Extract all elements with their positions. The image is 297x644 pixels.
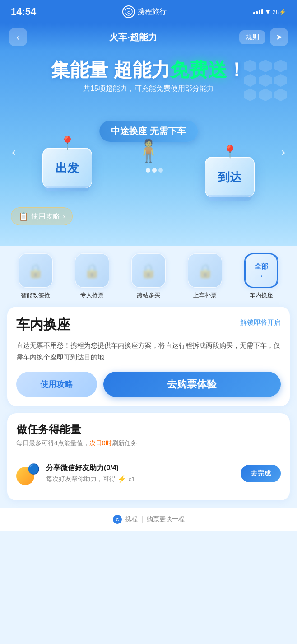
carousel-next-button[interactable]: › [278, 141, 289, 163]
center-person-icon: 🧍 [135, 138, 162, 163]
guide-link-arrow: › [63, 212, 65, 220]
wifi-icon: ▾ [266, 7, 270, 17]
guide-link-button[interactable]: 📋 使用攻略 › [11, 207, 73, 225]
carousel-prev-button[interactable]: ‹ [8, 141, 19, 163]
dot1 [146, 168, 150, 173]
lock-icon-1: 🔒 [84, 263, 100, 279]
svg-text:C: C [116, 518, 119, 522]
feature-icon-3: 🔒 [188, 253, 222, 288]
feature-item-3[interactable]: 🔒 上车补票 [177, 253, 233, 299]
departure-glass: 📍 出发 [42, 148, 92, 188]
connector [146, 168, 163, 173]
back-button[interactable]: ‹ [9, 28, 27, 46]
dot2 [152, 168, 157, 173]
hex-pattern [244, 60, 288, 101]
guide-link-icon: 📋 [19, 211, 28, 221]
feature-item-4[interactable]: 全部 › 车内换座 [233, 253, 290, 299]
status-bar: 14:54 C 携程旅行 ▾ 28⚡ [0, 0, 297, 23]
bolt-icon: ⚡ [117, 475, 126, 483]
feature-label-4: 车内换座 [250, 291, 273, 299]
status-icons: ▾ 28⚡ [253, 7, 286, 17]
feature-item-1[interactable]: 🔒 专人抢票 [64, 253, 120, 299]
feature-item-2[interactable]: 🔒 跨站多买 [120, 253, 176, 299]
task-avatar-arrow-icon: 🔵 [28, 463, 40, 475]
feature-label-3: 上车补票 [193, 291, 217, 299]
svg-text:C: C [128, 10, 130, 14]
departure-pin-icon: 📍 [60, 135, 75, 150]
battery-icon: 28⚡ [273, 9, 286, 15]
bottom-bar: C 携程 | 购票更快一程 [0, 508, 297, 531]
detail-card-title: 车内换座 [16, 316, 70, 334]
feature-all-arrow: › [260, 272, 263, 279]
nav-title: 火车·超能力 [109, 31, 157, 43]
features-row: 🔒 智能改签抢 🔒 专人抢票 🔒 跨站多买 🔒 上车补票 全部 › 车内换座 [0, 246, 297, 299]
lock-icon-2: 🔒 [140, 263, 157, 279]
arrival-glass: 📍 到达 [205, 157, 255, 197]
task-card-subtitle: 每日最多可得4点能量值，次日0时刷新任务 [16, 439, 281, 448]
guide-link-label: 使用攻略 [31, 212, 60, 221]
feature-all-label: 全部 [255, 262, 268, 271]
task-name: 分享微信好友助力(0/4) [46, 463, 234, 473]
detail-card-status: 解锁即将开启 [240, 318, 281, 327]
detail-card-title-wrap: 车内换座 [16, 316, 70, 334]
status-time: 14:54 [11, 6, 36, 18]
share-button[interactable]: ➤ [270, 28, 288, 46]
share-icon: ➤ [276, 32, 283, 42]
feature-icon-4: 全部 › [244, 253, 278, 288]
feature-label-0: 智能改签抢 [21, 291, 50, 299]
departure-block: 📍 出发 [42, 148, 92, 188]
feature-all-wrap: 全部 › [245, 253, 278, 288]
illustration: 中途换座 无需下车 📍 出发 🧍 📍 到达 [6, 103, 291, 202]
detail-card-desc: 直达无票不用愁！携程为您提供车内换座方案，将直达行程拆成两段购买，无需下车，仅需… [16, 340, 281, 363]
bottom-slogan: 购票更快一程 [147, 515, 185, 523]
arrival-pin-icon: 📍 [222, 145, 238, 159]
detail-buttons: 使用攻略 去购票体验 [16, 372, 281, 397]
task-item-0: 🔵 分享微信好友助力(0/4) 每次好友帮你助力，可得 ⚡ x1 去完成 [16, 455, 281, 491]
feature-icon-2: 🔒 [131, 253, 166, 288]
task-info: 分享微信好友助力(0/4) 每次好友帮你助力，可得 ⚡ x1 [46, 463, 234, 483]
arrival-block: 📍 到达 [205, 157, 255, 197]
detail-card: 车内换座 解锁即将开启 直达无票不用愁！携程为您提供车内换座方案，将直达行程拆成… [7, 307, 290, 406]
status-app: C 携程旅行 [122, 5, 167, 18]
task-card: 做任务得能量 每日最多可得4点能量值，次日0时刷新任务 🔵 分享微信好友助力(0… [7, 413, 290, 500]
header-nav: ‹ 火车·超能力 规则 ➤ [0, 23, 297, 51]
bottom-logo: C 携程 [112, 514, 138, 524]
bottom-divider: | [141, 515, 143, 523]
bottom-logo-icon: C [112, 514, 122, 524]
feature-label-1: 专人抢票 [80, 291, 104, 299]
task-avatar: 🔵 [16, 462, 40, 485]
feature-label-2: 跨站多买 [137, 291, 160, 299]
task-complete-button[interactable]: 去完成 [241, 465, 281, 482]
app-logo-icon: C [122, 5, 135, 18]
feature-icon-1: 🔒 [75, 253, 109, 288]
scene: 中途换座 无需下车 📍 出发 🧍 📍 到达 [6, 103, 291, 202]
hero-banner: 集能量 超能力免费送！ 共15项超能力，可充能免费使用部分能力 中途换座 无需下… [0, 51, 297, 246]
task-reward: 每次好友帮你助力，可得 ⚡ x1 [46, 475, 234, 483]
signal-icon [253, 9, 263, 14]
detail-card-header: 车内换座 解锁即将开启 [16, 316, 281, 334]
dot3 [158, 168, 163, 173]
feature-icon-0: 🔒 [19, 253, 53, 288]
guide-button[interactable]: 使用攻略 [16, 372, 97, 397]
app-name: 携程旅行 [138, 7, 167, 17]
task-card-title: 做任务得能量 [16, 422, 281, 437]
nav-right: 规则 ➤ [239, 28, 288, 46]
feature-item-0[interactable]: 🔒 智能改签抢 [7, 253, 64, 299]
buy-button[interactable]: 去购票体验 [103, 372, 281, 397]
main-content: 车内换座 解锁即将开启 直达无票不用愁！携程为您提供车内换座方案，将直达行程拆成… [0, 299, 297, 508]
rules-button[interactable]: 规则 [239, 30, 265, 44]
lock-icon-3: 🔒 [197, 263, 213, 279]
lock-icon-0: 🔒 [27, 263, 44, 279]
